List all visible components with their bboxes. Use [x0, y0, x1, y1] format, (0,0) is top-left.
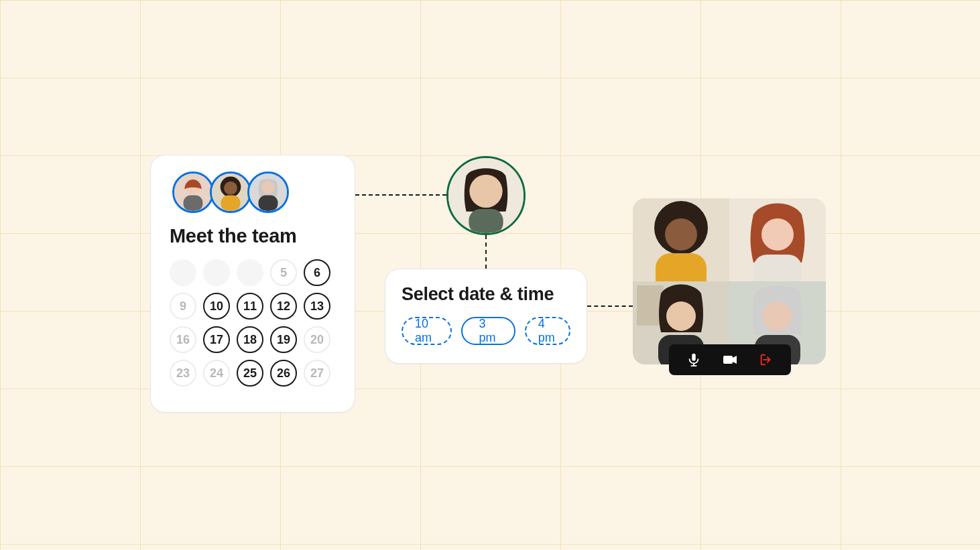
participant-tile-1: [633, 198, 729, 281]
video-call-toolbar: [669, 344, 791, 375]
calendar-day-26[interactable]: 26: [270, 360, 297, 387]
svg-rect-11: [259, 196, 278, 211]
time-options-row: 10 am3 pm4 pm: [402, 317, 570, 345]
svg-rect-30: [692, 354, 696, 361]
video-call-window: [633, 198, 826, 364]
time-option-3-pm[interactable]: 3 pm: [461, 317, 515, 345]
svg-point-28: [763, 301, 792, 331]
svg-rect-22: [753, 255, 802, 281]
team-avatar-2: [210, 171, 251, 213]
video-call-grid: [633, 198, 826, 364]
svg-point-17: [665, 218, 697, 251]
connector-time-to-call: [587, 305, 633, 307]
svg-point-13: [469, 175, 502, 208]
team-card: Meet the team 56910111213161718192023242…: [150, 155, 355, 413]
time-card-title: Select date & time: [402, 284, 570, 305]
connector-team-to-invitee: [355, 194, 446, 196]
calendar-day-20: 20: [304, 326, 330, 353]
svg-rect-7: [221, 196, 241, 211]
team-avatar-row: [172, 171, 336, 213]
team-avatar-1: [172, 171, 214, 213]
calendar-day-blank: [170, 259, 196, 286]
calendar-day-27: 27: [304, 360, 330, 387]
calendar-day-blank: [203, 259, 230, 286]
calendar-day-23: 23: [170, 360, 196, 387]
invitee-avatar: [446, 156, 526, 235]
svg-point-10: [261, 181, 275, 194]
calendar-day-12[interactable]: 12: [270, 293, 297, 320]
calendar-day-17[interactable]: 17: [203, 326, 230, 353]
mic-icon[interactable]: [685, 351, 702, 368]
svg-rect-18: [656, 253, 707, 281]
time-option-10-am[interactable]: 10 am: [402, 317, 452, 345]
calendar-day-16: 16: [170, 326, 196, 353]
calendar-day-13[interactable]: 13: [304, 293, 330, 320]
svg-rect-2: [184, 196, 203, 211]
svg-marker-34: [733, 356, 737, 364]
svg-point-6: [224, 182, 237, 195]
team-card-title: Meet the team: [170, 225, 336, 247]
team-avatar-3: [247, 171, 289, 213]
svg-rect-33: [723, 356, 733, 364]
participant-tile-2: [729, 198, 826, 281]
calendar-day-9: 9: [170, 293, 196, 320]
svg-point-25: [666, 301, 696, 331]
time-option-4-pm[interactable]: 4 pm: [525, 317, 570, 345]
calendar-day-19[interactable]: 19: [270, 326, 297, 353]
time-card: Select date & time 10 am3 pm4 pm: [385, 269, 587, 364]
calendar-day-25[interactable]: 25: [237, 360, 263, 387]
calendar-day-11[interactable]: 11: [237, 293, 263, 320]
calendar-day-10[interactable]: 10: [203, 293, 230, 320]
calendar-day-18[interactable]: 18: [237, 326, 263, 353]
connector-invitee-to-time: [485, 235, 487, 269]
calendar-day-24: 24: [203, 360, 230, 387]
calendar-grid: 5691011121316171819202324252627: [170, 259, 336, 387]
diagram-canvas: Meet the team 56910111213161718192023242…: [0, 0, 980, 550]
calendar-day-blank: [237, 259, 263, 286]
camera-icon[interactable]: [721, 351, 739, 368]
calendar-day-5: 5: [270, 259, 297, 286]
leave-icon[interactable]: [757, 351, 775, 368]
svg-point-21: [761, 218, 794, 251]
svg-rect-14: [469, 209, 503, 233]
calendar-day-6[interactable]: 6: [304, 259, 330, 286]
